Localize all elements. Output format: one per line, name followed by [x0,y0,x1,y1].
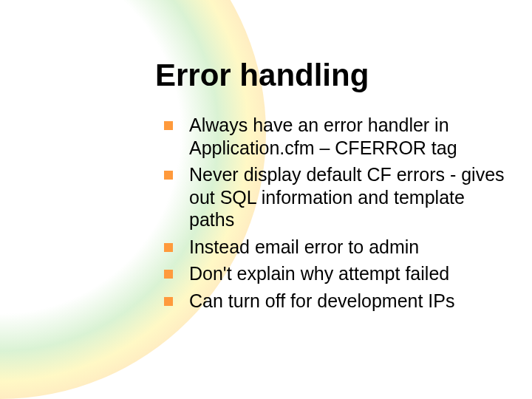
bullet-item: Don't explain why attempt failed [164,262,510,285]
square-bullet-icon [164,270,173,279]
square-bullet-icon [164,297,173,306]
bullet-item: Can turn off for development IPs [164,290,510,313]
bullet-item: Always have an error handler in Applicat… [164,114,510,159]
square-bullet-icon [164,121,173,130]
slide-body: Always have an error handler in Applicat… [164,114,510,316]
square-bullet-icon [164,243,173,252]
bullet-text: Always have an error handler in Applicat… [189,114,510,159]
bullet-text: Can turn off for development IPs [189,290,510,313]
square-bullet-icon [164,171,173,180]
bullet-item: Instead email error to admin [164,236,510,259]
bullet-text: Instead email error to admin [189,236,510,259]
bullet-item: Never display default CF errors - gives … [164,163,510,231]
bullet-text: Don't explain why attempt failed [189,262,510,285]
slide: Error handling Always have an error hand… [0,0,532,399]
bullet-text: Never display default CF errors - gives … [189,163,510,231]
slide-title: Error handling [155,58,369,93]
